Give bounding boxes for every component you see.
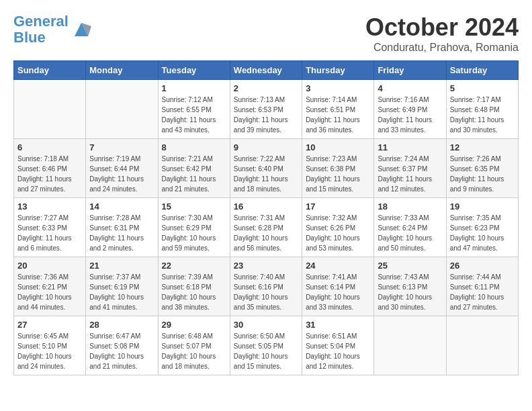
day-detail: Sunrise: 7:26 AMSunset: 6:35 PMDaylight:… — [450, 154, 515, 194]
weekday-header-thursday: Thursday — [302, 61, 374, 80]
logo-text: General Blue — [13, 13, 69, 46]
day-detail: Sunrise: 7:22 AMSunset: 6:40 PMDaylight:… — [234, 154, 298, 194]
day-number: 10 — [306, 142, 370, 152]
day-detail: Sunrise: 7:13 AMSunset: 6:53 PMDaylight:… — [234, 95, 298, 135]
calendar-cell — [86, 80, 158, 139]
day-number: 22 — [162, 261, 226, 271]
calendar-week-row: 27Sunrise: 6:45 AMSunset: 5:10 PMDayligh… — [14, 316, 519, 375]
calendar-cell: 20Sunrise: 7:36 AMSunset: 6:21 PMDayligh… — [14, 257, 86, 316]
calendar-cell: 11Sunrise: 7:24 AMSunset: 6:37 PMDayligh… — [374, 139, 446, 198]
day-number: 21 — [89, 261, 154, 271]
day-number: 13 — [17, 201, 82, 212]
day-detail: Sunrise: 6:51 AMSunset: 5:04 PMDaylight:… — [306, 331, 370, 371]
calendar-cell: 15Sunrise: 7:30 AMSunset: 6:29 PMDayligh… — [158, 198, 230, 257]
weekday-header-monday: Monday — [86, 61, 158, 80]
calendar-week-row: 1Sunrise: 7:12 AMSunset: 6:55 PMDaylight… — [14, 80, 519, 139]
day-number: 1 — [162, 83, 226, 93]
month-title: October 2024 — [365, 13, 519, 42]
calendar-cell: 26Sunrise: 7:44 AMSunset: 6:11 PMDayligh… — [446, 257, 518, 316]
day-number: 6 — [17, 142, 82, 152]
calendar-cell: 7Sunrise: 7:19 AMSunset: 6:44 PMDaylight… — [86, 139, 158, 198]
day-detail: Sunrise: 7:43 AMSunset: 6:13 PMDaylight:… — [378, 272, 442, 312]
day-number: 15 — [162, 201, 226, 212]
calendar-cell: 16Sunrise: 7:31 AMSunset: 6:28 PMDayligh… — [230, 198, 302, 257]
day-detail: Sunrise: 7:33 AMSunset: 6:24 PMDaylight:… — [378, 213, 442, 253]
calendar-week-row: 20Sunrise: 7:36 AMSunset: 6:21 PMDayligh… — [14, 257, 519, 316]
day-number: 3 — [306, 83, 370, 93]
weekday-header-saturday: Saturday — [446, 61, 518, 80]
calendar-week-row: 6Sunrise: 7:18 AMSunset: 6:46 PMDaylight… — [14, 139, 519, 198]
day-number: 25 — [378, 261, 442, 271]
calendar-cell: 8Sunrise: 7:21 AMSunset: 6:42 PMDaylight… — [158, 139, 230, 198]
day-detail: Sunrise: 7:41 AMSunset: 6:14 PMDaylight:… — [306, 272, 370, 312]
calendar-cell: 10Sunrise: 7:23 AMSunset: 6:38 PMDayligh… — [302, 139, 374, 198]
calendar-cell — [446, 316, 518, 375]
day-detail: Sunrise: 7:21 AMSunset: 6:42 PMDaylight:… — [162, 154, 226, 194]
day-detail: Sunrise: 7:35 AMSunset: 6:23 PMDaylight:… — [450, 213, 515, 253]
calendar-cell: 6Sunrise: 7:18 AMSunset: 6:46 PMDaylight… — [14, 139, 86, 198]
day-number: 28 — [89, 320, 154, 330]
day-detail: Sunrise: 7:16 AMSunset: 6:49 PMDaylight:… — [378, 95, 442, 135]
calendar-cell: 12Sunrise: 7:26 AMSunset: 6:35 PMDayligh… — [446, 139, 518, 198]
weekday-header-sunday: Sunday — [14, 61, 86, 80]
calendar-cell: 19Sunrise: 7:35 AMSunset: 6:23 PMDayligh… — [446, 198, 518, 257]
logo: General Blue — [13, 13, 91, 46]
day-number: 11 — [378, 142, 442, 152]
day-detail: Sunrise: 7:31 AMSunset: 6:28 PMDaylight:… — [234, 213, 298, 253]
calendar-table: SundayMondayTuesdayWednesdayThursdayFrid… — [13, 60, 519, 375]
day-number: 5 — [450, 83, 515, 93]
day-number: 30 — [234, 320, 298, 330]
calendar-cell: 27Sunrise: 6:45 AMSunset: 5:10 PMDayligh… — [14, 316, 86, 375]
day-detail: Sunrise: 7:27 AMSunset: 6:33 PMDaylight:… — [17, 213, 82, 253]
calendar-cell — [14, 80, 86, 139]
day-detail: Sunrise: 6:48 AMSunset: 5:07 PMDaylight:… — [162, 331, 226, 371]
day-detail: Sunrise: 7:32 AMSunset: 6:26 PMDaylight:… — [306, 213, 370, 253]
day-number: 4 — [378, 83, 442, 93]
calendar-cell: 18Sunrise: 7:33 AMSunset: 6:24 PMDayligh… — [374, 198, 446, 257]
day-number: 27 — [17, 320, 82, 330]
calendar-cell: 21Sunrise: 7:37 AMSunset: 6:19 PMDayligh… — [86, 257, 158, 316]
day-detail: Sunrise: 6:47 AMSunset: 5:08 PMDaylight:… — [89, 331, 154, 371]
page-header: General Blue October 2024 Conduratu, Pra… — [13, 13, 519, 54]
day-number: 26 — [450, 261, 515, 271]
calendar-cell: 30Sunrise: 6:50 AMSunset: 5:05 PMDayligh… — [230, 316, 302, 375]
day-detail: Sunrise: 7:36 AMSunset: 6:21 PMDaylight:… — [17, 272, 82, 312]
weekday-header-row: SundayMondayTuesdayWednesdayThursdayFrid… — [14, 61, 519, 80]
weekday-header-friday: Friday — [374, 61, 446, 80]
day-number: 17 — [306, 201, 370, 212]
day-detail: Sunrise: 7:14 AMSunset: 6:51 PMDaylight:… — [306, 95, 370, 135]
day-number: 8 — [162, 142, 226, 152]
day-detail: Sunrise: 7:18 AMSunset: 6:46 PMDaylight:… — [17, 154, 82, 194]
day-detail: Sunrise: 7:19 AMSunset: 6:44 PMDaylight:… — [89, 154, 154, 194]
calendar-cell: 4Sunrise: 7:16 AMSunset: 6:49 PMDaylight… — [374, 80, 446, 139]
calendar-cell: 1Sunrise: 7:12 AMSunset: 6:55 PMDaylight… — [158, 80, 230, 139]
calendar-week-row: 13Sunrise: 7:27 AMSunset: 6:33 PMDayligh… — [14, 198, 519, 257]
calendar-cell: 29Sunrise: 6:48 AMSunset: 5:07 PMDayligh… — [158, 316, 230, 375]
day-detail: Sunrise: 7:37 AMSunset: 6:19 PMDaylight:… — [89, 272, 154, 312]
day-detail: Sunrise: 7:28 AMSunset: 6:31 PMDaylight:… — [89, 213, 154, 253]
day-number: 31 — [306, 320, 370, 330]
calendar-cell: 14Sunrise: 7:28 AMSunset: 6:31 PMDayligh… — [86, 198, 158, 257]
location-subtitle: Conduratu, Prahova, Romania — [365, 42, 519, 54]
calendar-cell: 2Sunrise: 7:13 AMSunset: 6:53 PMDaylight… — [230, 80, 302, 139]
calendar-cell: 22Sunrise: 7:39 AMSunset: 6:18 PMDayligh… — [158, 257, 230, 316]
calendar-cell — [374, 316, 446, 375]
calendar-cell: 31Sunrise: 6:51 AMSunset: 5:04 PMDayligh… — [302, 316, 374, 375]
calendar-cell: 17Sunrise: 7:32 AMSunset: 6:26 PMDayligh… — [302, 198, 374, 257]
day-number: 2 — [234, 83, 298, 93]
day-number: 20 — [17, 261, 82, 271]
day-detail: Sunrise: 6:50 AMSunset: 5:05 PMDaylight:… — [234, 331, 298, 371]
title-area: October 2024 Conduratu, Prahova, Romania — [365, 13, 519, 54]
calendar-cell: 5Sunrise: 7:17 AMSunset: 6:48 PMDaylight… — [446, 80, 518, 139]
day-detail: Sunrise: 7:12 AMSunset: 6:55 PMDaylight:… — [162, 95, 226, 135]
day-detail: Sunrise: 7:23 AMSunset: 6:38 PMDaylight:… — [306, 154, 370, 194]
calendar-cell: 23Sunrise: 7:40 AMSunset: 6:16 PMDayligh… — [230, 257, 302, 316]
day-number: 9 — [234, 142, 298, 152]
calendar-cell: 13Sunrise: 7:27 AMSunset: 6:33 PMDayligh… — [14, 198, 86, 257]
calendar-cell: 28Sunrise: 6:47 AMSunset: 5:08 PMDayligh… — [86, 316, 158, 375]
day-number: 16 — [234, 201, 298, 212]
calendar-cell: 3Sunrise: 7:14 AMSunset: 6:51 PMDaylight… — [302, 80, 374, 139]
day-number: 29 — [162, 320, 226, 330]
day-detail: Sunrise: 7:30 AMSunset: 6:29 PMDaylight:… — [162, 213, 226, 253]
weekday-header-wednesday: Wednesday — [230, 61, 302, 80]
